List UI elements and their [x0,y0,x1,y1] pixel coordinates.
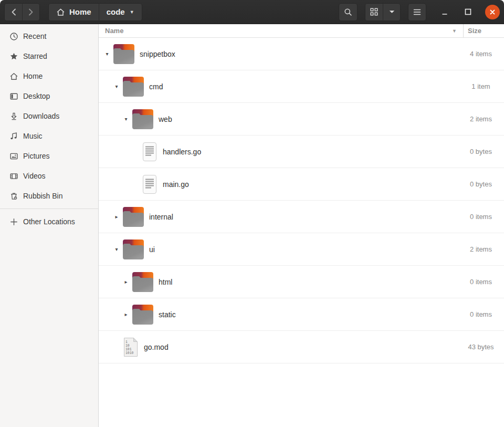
file-name-label: html [159,278,172,286]
folder-icon [112,44,135,65]
sidebar-item-label: Music [23,132,43,140]
file-size-label: 0 items [463,310,504,318]
svg-text:101: 101 [125,348,132,351]
column-header-size[interactable]: Size [463,24,504,37]
sidebar-item-label: Pictures [23,152,50,160]
folder-icon [122,206,145,227]
sidebar-item-videos[interactable]: Videos [0,166,98,186]
sidebar-item-label: Downloads [23,112,59,120]
home-icon [56,8,65,16]
expander-expanded-icon[interactable]: ▾ [112,246,121,252]
close-button[interactable] [485,5,500,19]
sidebar-item-music[interactable]: Music [0,126,98,146]
folder-icon [122,76,145,97]
view-options-button[interactable] [383,4,400,20]
sidebar-item-recent[interactable]: Recent [0,26,98,46]
star-icon [9,52,18,61]
minimize-icon [442,9,448,15]
tree-row-internal[interactable]: ▸ internal 0 items [99,201,504,233]
sidebar-item-rubbish-bin[interactable]: Rubbish Bin [0,186,98,206]
home-icon [9,72,18,81]
file-size-label: 2 items [463,245,504,253]
file-name-label: web [159,115,172,123]
file-size-label: 4 items [463,50,504,58]
file-name-label: main.go [163,180,189,189]
plus-icon [9,217,18,226]
tree-row-cmd[interactable]: ▾ cmd 1 item [99,70,504,103]
file-name-label: internal [149,213,173,221]
sort-descending-icon[interactable]: ▼ [452,28,457,34]
sidebar-item-starred[interactable]: Starred [0,46,98,66]
expander-collapsed-icon[interactable]: ▸ [122,311,130,317]
sidebar-item-pictures[interactable]: Pictures [0,146,98,166]
tree-view: ▾ snippetbox 4 items ▾ [99,38,504,427]
sidebar-item-label: Home [23,72,43,80]
search-icon [344,8,352,16]
file-name-label: static [159,310,176,319]
maximize-button[interactable] [462,6,474,18]
search-group [339,3,358,21]
folder-icon [131,304,154,325]
tree-row-ui[interactable]: ▾ ui 2 items [99,233,504,266]
sidebar-item-home[interactable]: Home [0,66,98,86]
pathbar: Home code ▼ [48,3,142,21]
column-size-label: Size [468,27,481,35]
expander-expanded-icon[interactable]: ▾ [103,51,111,57]
menu-group [408,3,426,21]
hamburger-menu-icon [413,9,421,15]
trash-icon [9,192,18,201]
file-list-pane: Name ▼ Size ▾ snippetbox [99,24,504,427]
view-switcher [365,3,401,21]
sidebar-item-desktop[interactable]: Desktop [0,86,98,106]
picture-icon [9,152,18,161]
expander-collapsed-icon[interactable]: ▸ [112,214,121,220]
expander-expanded-icon[interactable]: ▾ [112,84,121,89]
sidebar-separator [0,209,98,209]
back-button[interactable] [5,4,22,20]
file-text-icon [141,141,159,163]
forward-button[interactable] [22,4,39,20]
file-size-label: 43 bytes [463,343,504,351]
file-size-label: 0 items [463,213,504,221]
minimize-button[interactable] [439,6,450,18]
tree-row-web[interactable]: ▾ web 2 items [99,103,504,136]
column-header-name[interactable]: Name ▼ [99,27,463,35]
grid-view-button[interactable] [365,4,383,20]
breadcrumb-folder-label: code [107,7,125,16]
places-sidebar: Recent Starred Home Desktop Downloads Mu… [0,24,99,427]
tree-row-html[interactable]: ▸ html 0 items [99,266,504,298]
chevron-down-icon: ▼ [130,9,134,15]
folder-icon [122,239,145,260]
breadcrumb-current-folder[interactable]: code ▼ [99,4,142,20]
desktop-icon [9,92,18,101]
hamburger-menu-button[interactable] [408,4,426,20]
tree-row-go-mod[interactable]: 110 1011010 go.mod 43 bytes [99,331,504,363]
chevron-right-icon [28,8,34,16]
breadcrumb-home[interactable]: Home [49,4,99,20]
expander-collapsed-icon[interactable]: ▸ [122,279,130,285]
expander-expanded-icon[interactable]: ▾ [122,116,130,122]
folder-icon [131,272,154,293]
grid-view-icon [370,8,378,16]
chevron-left-icon [11,8,16,16]
tree-row-static[interactable]: ▸ static 0 items [99,298,504,331]
file-manager-window: Home code ▼ [0,0,504,427]
video-icon [9,172,18,181]
sidebar-item-downloads[interactable]: Downloads [0,106,98,126]
tree-row-handlers-go[interactable]: handlers.go 0 bytes [99,136,504,168]
window-controls [439,5,500,19]
sidebar-item-other-locations[interactable]: Other Locations [0,212,98,232]
sidebar-item-label: Rubbish Bin [23,192,63,200]
chevron-down-icon [389,10,395,14]
sidebar-item-label: Starred [23,52,47,60]
file-size-label: 1 item [463,82,504,90]
file-size-label: 0 bytes [463,180,504,188]
svg-text:1010: 1010 [125,351,134,355]
tree-row-snippetbox[interactable]: ▾ snippetbox 4 items [99,38,504,70]
headerbar: Home code ▼ [0,0,504,24]
search-button[interactable] [339,4,357,20]
folder-icon [131,109,154,130]
download-icon [9,112,18,121]
sidebar-item-label: Videos [23,172,46,180]
tree-row-main-go[interactable]: main.go 0 bytes [99,168,504,201]
